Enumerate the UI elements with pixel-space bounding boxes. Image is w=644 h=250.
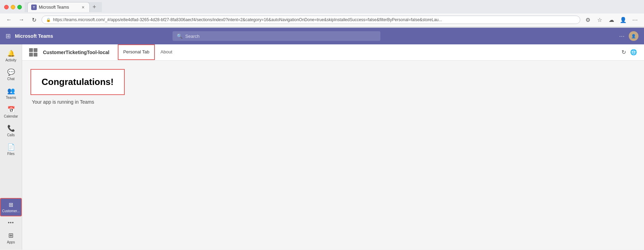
teams-topbar: ⊞ Microsoft Teams 🔍 Search ⋯ 👤 xyxy=(0,28,644,44)
browser-tab-teams[interactable]: T Microsoft Teams × xyxy=(27,2,90,12)
tab-title: Microsoft Teams xyxy=(39,5,69,10)
address-lock-icon: 🔒 xyxy=(46,18,51,22)
sidebar-label-apps: Apps xyxy=(7,240,15,244)
nav-back-button[interactable]: ← xyxy=(4,15,14,25)
browser-more-icon[interactable]: ⋯ xyxy=(630,15,640,25)
sidebar-item-chat[interactable]: 💬 Chat xyxy=(0,66,22,84)
app-header-icon xyxy=(29,48,37,57)
teams-layout: 🔔 Activity 💬 Chat 👥 Teams 📅 Calendar 📞 C… xyxy=(0,44,644,250)
tab-about-label: About xyxy=(160,49,172,54)
teams-icon: 👥 xyxy=(7,87,15,95)
calendar-icon: 📅 xyxy=(7,106,15,113)
teams-grid-icon[interactable]: ⊞ xyxy=(6,32,11,40)
tab-bar: T Microsoft Teams × + xyxy=(25,2,102,12)
close-traffic-light[interactable] xyxy=(4,5,9,9)
app-title: CustomerTicketingTool-local xyxy=(43,50,109,55)
browser-collections-icon[interactable]: ☁ xyxy=(607,15,616,25)
more-icon: ••• xyxy=(8,220,14,225)
refresh-action-icon[interactable]: ↻ xyxy=(621,49,626,55)
sidebar-item-activity[interactable]: 🔔 Activity xyxy=(0,47,22,65)
browser-favorites-icon[interactable]: ☆ xyxy=(595,15,605,25)
app-header: CustomerTicketingTool-local Personal Tab… xyxy=(22,44,644,61)
teams-user-avatar[interactable]: 👤 xyxy=(629,31,638,41)
minimize-traffic-light[interactable] xyxy=(11,5,15,9)
app-header-actions: ↻ 🌐 xyxy=(621,49,637,55)
sidebar-item-files[interactable]: 📄 Files xyxy=(0,140,22,158)
browser-chrome: T Microsoft Teams × + ← → ↻ 🔒 https://te… xyxy=(0,0,644,27)
teams-sidebar: 🔔 Activity 💬 Chat 👥 Teams 📅 Calendar 📞 C… xyxy=(0,44,22,250)
congratulations-box: Congratulations! xyxy=(30,69,125,95)
sidebar-label-activity: Activity xyxy=(6,58,17,62)
tab-personal-tab[interactable]: Personal Tab xyxy=(118,44,155,60)
browser-settings-icon[interactable]: ⚙ xyxy=(583,15,593,25)
sidebar-label-chat: Chat xyxy=(7,77,15,81)
traffic-lights xyxy=(4,5,22,9)
app-tabs: Personal Tab About xyxy=(118,44,178,60)
globe-action-icon[interactable]: 🌐 xyxy=(630,49,637,55)
tab-close-button[interactable]: × xyxy=(82,5,85,10)
new-tab-button[interactable]: + xyxy=(90,2,99,12)
teams-more-icon[interactable]: ⋯ xyxy=(619,33,625,40)
files-icon: 📄 xyxy=(7,143,15,151)
sidebar-label-calls: Calls xyxy=(7,133,15,137)
browser-toolbar: ← → ↻ 🔒 https://teams.microsoft.com/_#/a… xyxy=(0,14,644,27)
congratulations-title: Congratulations! xyxy=(42,77,114,87)
sidebar-item-calls[interactable]: 📞 Calls xyxy=(0,122,22,140)
calls-icon: 📞 xyxy=(7,124,15,132)
tab-favicon: T xyxy=(31,5,37,10)
customer-app-icon: ⊞ xyxy=(9,201,13,208)
sidebar-label-files: Files xyxy=(7,152,15,156)
sidebar-item-more[interactable]: ••• xyxy=(0,217,22,228)
app-content: Congratulations! Your app is running in … xyxy=(22,61,644,250)
sidebar-label-teams: Teams xyxy=(6,96,16,100)
sidebar-item-teams[interactable]: 👥 Teams xyxy=(0,84,22,102)
teams-topbar-actions: ⋯ 👤 xyxy=(619,31,638,41)
toolbar-actions: ⚙ ☆ ☁ 👤 ⋯ xyxy=(583,15,640,25)
apps-icon: ⊞ xyxy=(8,232,14,239)
sidebar-item-apps[interactable]: ⊞ Apps xyxy=(0,229,22,247)
fullscreen-traffic-light[interactable] xyxy=(17,5,22,9)
teams-main: CustomerTicketingTool-local Personal Tab… xyxy=(22,44,644,250)
nav-refresh-button[interactable]: ↻ xyxy=(29,15,39,25)
sidebar-item-calendar[interactable]: 📅 Calendar xyxy=(0,103,22,121)
sidebar-label-calendar: Calendar xyxy=(4,114,18,118)
tab-personal-tab-label: Personal Tab xyxy=(123,49,150,54)
avatar-initials: 👤 xyxy=(631,34,636,38)
address-bar[interactable]: 🔒 https://teams.microsoft.com/_#/apps/e8… xyxy=(42,16,580,24)
tab-about[interactable]: About xyxy=(155,44,178,60)
nav-forward-button[interactable]: → xyxy=(17,15,26,25)
teams-search-placeholder: Search xyxy=(185,34,200,39)
sidebar-item-customer[interactable]: ⊞ Customer... xyxy=(0,198,22,216)
activity-icon: 🔔 xyxy=(7,50,15,57)
address-url: https://teams.microsoft.com/_#/apps/e8e4… xyxy=(53,17,576,22)
sidebar-label-customer: Customer... xyxy=(2,209,20,213)
teams-search-icon: 🔍 xyxy=(177,33,183,39)
teams-app-title: Microsoft Teams xyxy=(15,33,53,39)
chat-icon: 💬 xyxy=(7,68,15,76)
congratulations-subtitle: Your app is running in Teams xyxy=(32,99,636,105)
browser-titlebar: T Microsoft Teams × + xyxy=(0,0,644,14)
browser-profile-icon[interactable]: 👤 xyxy=(618,15,628,25)
teams-search-bar[interactable]: 🔍 Search xyxy=(173,31,380,41)
